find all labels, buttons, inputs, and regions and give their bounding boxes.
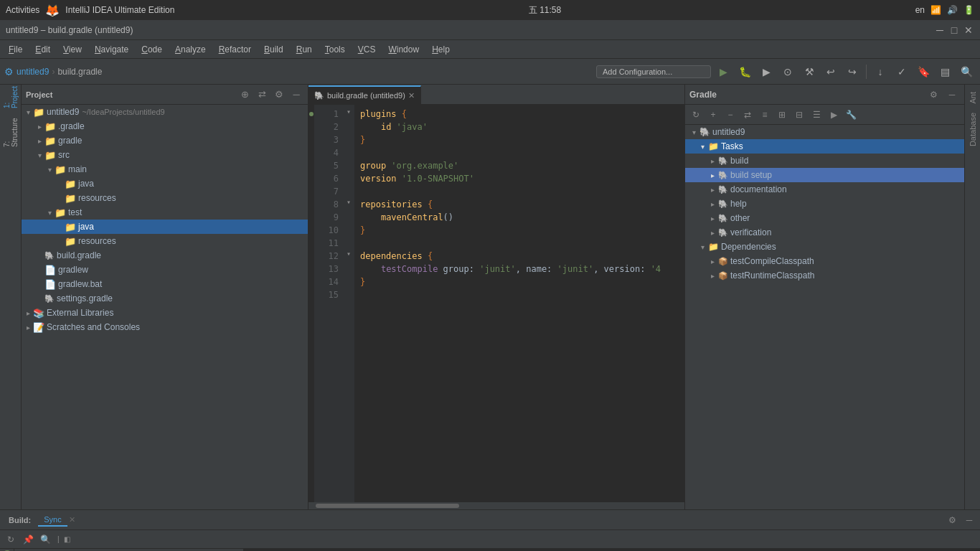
gradle-tasks-group[interactable]: ▾ 📁 Tasks bbox=[685, 139, 964, 154]
gradle-task-build[interactable]: ▸ 🐘 build bbox=[685, 154, 964, 168]
gradle-run-button[interactable]: ▶ bbox=[826, 107, 842, 123]
gradle-expand-button[interactable]: ⊞ bbox=[774, 107, 790, 123]
gradle-filter-button[interactable]: ☰ bbox=[809, 107, 824, 123]
tree-test-resources[interactable]: 📁 resources bbox=[22, 234, 308, 248]
project-settings-button[interactable]: ⚙ bbox=[272, 88, 286, 102]
gradle-dep-testruntime[interactable]: ▸ 📦 testRuntimeClasspath bbox=[685, 268, 964, 283]
project-add-button[interactable]: ⊕ bbox=[237, 88, 252, 102]
debug-button[interactable]: 🐛 bbox=[735, 62, 754, 81]
tree-main-resources[interactable]: 📁 resources bbox=[22, 191, 308, 205]
project-minimize-button[interactable]: ─ bbox=[289, 88, 303, 102]
menu-edit[interactable]: Edit bbox=[29, 43, 56, 56]
sidebar-project-icon[interactable]: 1: Project bbox=[1, 88, 20, 106]
menu-window[interactable]: Window bbox=[382, 43, 425, 56]
scrollbar-thumb[interactable] bbox=[316, 504, 459, 508]
breadcrumb-file[interactable]: build.gradle bbox=[57, 67, 102, 77]
undo-button[interactable]: ↩ bbox=[821, 62, 840, 81]
menu-help[interactable]: Help bbox=[426, 43, 456, 56]
gradle-dep-testcompile[interactable]: ▸ 📦 testCompileClasspath bbox=[685, 254, 964, 268]
tree-settings-gradle[interactable]: 🐘 settings.gradle bbox=[22, 291, 308, 306]
gradle-link-button[interactable]: ⇄ bbox=[740, 107, 755, 123]
tab-close-button[interactable]: ✕ bbox=[408, 91, 415, 100]
tree-gradlew-bat[interactable]: 📄 gradlew.bat bbox=[22, 277, 308, 291]
fold-1[interactable]: ▾ bbox=[343, 105, 354, 118]
search-everywhere-button[interactable]: 🔍 bbox=[957, 62, 976, 81]
tree-gradle-dir[interactable]: ▸ 📁 gradle bbox=[22, 133, 308, 148]
tree-gradlew[interactable]: 📄 gradlew bbox=[22, 263, 308, 277]
bottom-tab-sync-close[interactable]: ✕ bbox=[69, 515, 75, 524]
vcs-update-button[interactable]: ↓ bbox=[871, 62, 890, 81]
sidebar-structure-icon[interactable]: 7: Structure bbox=[1, 123, 20, 142]
tree-test-java[interactable]: 📁 java bbox=[22, 220, 308, 234]
build-left-panel-button[interactable]: ◧ bbox=[64, 535, 70, 543]
breadcrumb-project[interactable]: untitled9 bbox=[17, 67, 49, 77]
editor-content: 1234 5678 9101112 131415 ▾ ▾ ▾ plugins { bbox=[314, 105, 684, 502]
gradle-root[interactable]: ▾ 🐘 untitled9 bbox=[685, 125, 964, 139]
gradle-collapse-button[interactable]: ≡ bbox=[757, 107, 773, 123]
fold-8[interactable]: ▾ bbox=[343, 195, 354, 208]
gradle-remove-button[interactable]: − bbox=[722, 107, 738, 123]
app-icon: 🦊 bbox=[45, 4, 60, 17]
redo-button[interactable]: ↪ bbox=[843, 62, 862, 81]
gradle-group-button[interactable]: ⊟ bbox=[791, 107, 807, 123]
window-controls[interactable]: ─ □ ✕ bbox=[934, 24, 974, 36]
minimize-button[interactable]: ─ bbox=[934, 24, 946, 36]
gradle-task-documentation[interactable]: ▸ 🐘 documentation bbox=[685, 182, 964, 197]
close-button[interactable]: ✕ bbox=[963, 24, 974, 36]
menu-build[interactable]: Build bbox=[258, 43, 289, 56]
tree-root-untitled9[interactable]: ▾ 📁 untitled9 ~/IdeaProjects/untitled9 bbox=[22, 105, 308, 119]
gradle-settings-button[interactable]: ⚙ bbox=[925, 87, 941, 103]
menu-code[interactable]: Code bbox=[136, 43, 168, 56]
bookmark-button[interactable]: 🔖 bbox=[914, 62, 933, 81]
run-button[interactable]: ▶ bbox=[714, 62, 732, 81]
code-content[interactable]: plugins { id 'java' } group 'org.example… bbox=[354, 105, 684, 502]
activities-label[interactable]: Activities bbox=[6, 5, 39, 15]
tree-external-libraries[interactable]: ▸ 📚 External Libraries bbox=[22, 306, 308, 320]
bottom-tab-sync[interactable]: Sync bbox=[38, 514, 67, 527]
menu-run[interactable]: Run bbox=[291, 43, 318, 56]
build-filter-button[interactable]: 🔍 bbox=[37, 532, 53, 547]
build-button[interactable]: ⚒ bbox=[800, 62, 819, 81]
bottom-close-button[interactable]: ─ bbox=[961, 512, 977, 528]
tree-src[interactable]: ▾ 📁 src bbox=[22, 148, 308, 162]
gradle-panel-header: Gradle ⚙ ─ bbox=[685, 85, 964, 105]
editor-tab-build-gradle[interactable]: 🐘 build.gradle (untitled9) ✕ bbox=[308, 85, 421, 104]
tree-scratches-consoles[interactable]: ▸ 📝 Scratches and Consoles bbox=[22, 320, 308, 334]
terminal-button[interactable]: ▤ bbox=[936, 62, 954, 81]
gradle-tool-button[interactable]: 🔧 bbox=[843, 107, 859, 123]
toolbar-separator bbox=[866, 65, 867, 79]
build-pin-button[interactable]: 📌 bbox=[20, 532, 36, 547]
run-configuration-dropdown[interactable]: Add Configuration... bbox=[596, 65, 711, 78]
menu-analyze[interactable]: Analyze bbox=[169, 43, 212, 56]
project-sync-button[interactable]: ⇄ bbox=[255, 88, 269, 102]
tree-test[interactable]: ▾ 📁 test bbox=[22, 205, 308, 220]
vcs-commit-button[interactable]: ✓ bbox=[892, 62, 911, 81]
gradle-task-build-setup[interactable]: ▸ 🐘 build setup bbox=[685, 168, 964, 182]
tree-build-gradle[interactable]: 🐘 build.gradle bbox=[22, 248, 308, 263]
editor-horizontal-scrollbar[interactable] bbox=[308, 502, 684, 509]
gradle-add-button[interactable]: + bbox=[705, 107, 721, 123]
gradle-task-other[interactable]: ▸ 🐘 other bbox=[685, 211, 964, 225]
gradle-task-help[interactable]: ▸ 🐘 help bbox=[685, 197, 964, 211]
gradle-refresh-button[interactable]: ↻ bbox=[688, 107, 704, 123]
menu-navigate[interactable]: Navigate bbox=[89, 43, 134, 56]
fold-12[interactable]: ▾ bbox=[343, 247, 354, 260]
tree-gradle-hidden[interactable]: ▸ 📁 .gradle bbox=[22, 119, 308, 133]
tree-main[interactable]: ▾ 📁 main bbox=[22, 162, 308, 176]
gradle-task-verification[interactable]: ▸ 🐘 verification bbox=[685, 225, 964, 240]
sidebar-database-label[interactable]: Database bbox=[967, 108, 979, 151]
gradle-dependencies-group[interactable]: ▾ 📁 Dependencies bbox=[685, 240, 964, 254]
tree-main-java[interactable]: 📁 java bbox=[22, 176, 308, 191]
gradle-close-button[interactable]: ─ bbox=[944, 87, 960, 103]
menu-refactor[interactable]: Refactor bbox=[213, 43, 257, 56]
menu-file[interactable]: File bbox=[3, 43, 28, 56]
bottom-settings-button[interactable]: ⚙ bbox=[944, 512, 960, 528]
profile-button[interactable]: ⊙ bbox=[778, 62, 797, 81]
coverage-button[interactable]: ▶ bbox=[757, 62, 776, 81]
maximize-button[interactable]: □ bbox=[948, 24, 960, 36]
menu-tools[interactable]: Tools bbox=[319, 43, 351, 56]
menu-vcs[interactable]: VCS bbox=[352, 43, 382, 56]
sidebar-ant-label[interactable]: Ant bbox=[967, 88, 979, 108]
build-refresh-button[interactable]: ↻ bbox=[3, 532, 19, 547]
menu-view[interactable]: View bbox=[57, 43, 88, 56]
